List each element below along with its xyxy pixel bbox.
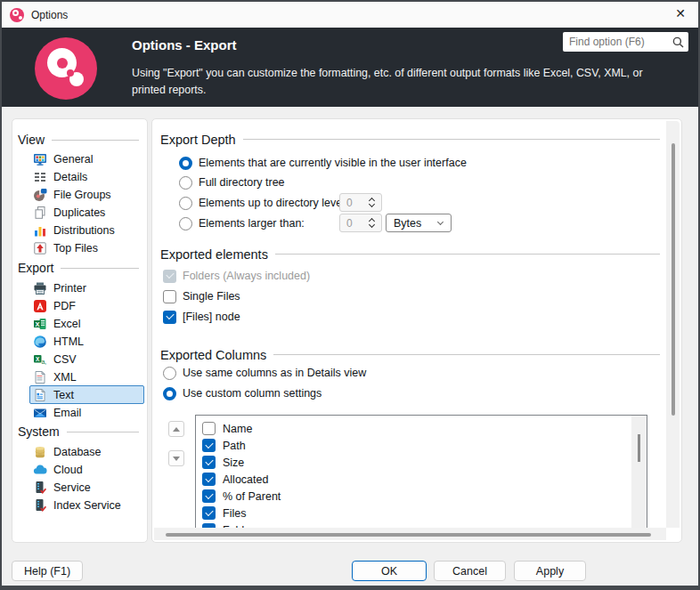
sidebar-item-distributions[interactable]: Distributions: [29, 221, 144, 239]
spinner-down-icon[interactable]: [369, 201, 375, 207]
close-icon[interactable]: ✕: [672, 5, 688, 21]
checkbox-icon[interactable]: [202, 506, 216, 520]
checkbox-single-files[interactable]: Single Files: [163, 287, 240, 305]
radio-elements-up-to-level[interactable]: Elements up to directory level:: [179, 194, 347, 212]
radio-icon[interactable]: [163, 367, 176, 380]
group-exported-columns: Exported Columns: [160, 346, 660, 363]
sidebar-item-index-service[interactable]: Index Service: [29, 496, 144, 514]
window-border: [0, 586, 700, 590]
sidebar-item-label: Distributions: [53, 224, 115, 237]
checkbox-files-node[interactable]: [Files] node: [163, 308, 240, 326]
section-view-label: View: [18, 133, 45, 147]
cloud-icon: [33, 463, 47, 477]
column-row-allocated[interactable]: Allocated: [202, 471, 268, 488]
checkbox-icon[interactable]: [202, 439, 216, 452]
sidebar-item-cloud[interactable]: Cloud: [29, 460, 144, 479]
horizontal-scrollbar-thumb[interactable]: [166, 533, 651, 537]
xml-icon: [33, 370, 47, 384]
sidebar-item-file-groups[interactable]: File Groups: [29, 185, 144, 204]
radio-same-columns[interactable]: Use same columns as in Details view: [163, 364, 366, 382]
radio-visible-elements[interactable]: Elements that are currently visible in t…: [179, 154, 467, 172]
sidebar-item-pdf[interactable]: PDF: [29, 296, 144, 315]
vertical-scrollbar-thumb[interactable]: [672, 143, 675, 416]
excel-icon: X: [33, 317, 47, 331]
radio-icon[interactable]: [179, 176, 192, 190]
column-row-name[interactable]: Name: [202, 420, 252, 437]
move-column-up-button[interactable]: [168, 421, 184, 437]
settings-panel: Export Depth Elements that are currently…: [151, 118, 682, 543]
sidebar-item-duplicates[interactable]: Duplicates: [29, 203, 144, 222]
checkbox-icon[interactable]: [202, 473, 216, 486]
cancel-button[interactable]: Cancel: [434, 561, 506, 581]
scrollbar-thumb[interactable]: [638, 434, 640, 462]
help-button[interactable]: Help (F1): [12, 561, 83, 581]
columns-list: Name Path Size Allocated % of Parent Fil…: [195, 415, 647, 529]
sidebar-item-general[interactable]: General: [29, 150, 144, 168]
radio-icon[interactable]: [179, 217, 192, 230]
radio-elements-larger-than[interactable]: Elements larger than:: [179, 214, 305, 232]
checkbox-icon[interactable]: [163, 290, 176, 303]
column-label: % of Parent: [223, 490, 281, 503]
sidebar-item-html[interactable]: HTML: [29, 332, 144, 351]
size-spinner[interactable]: 0: [339, 214, 382, 232]
radio-icon[interactable]: [163, 387, 176, 400]
sidebar-item-text[interactable]: Text: [29, 385, 144, 404]
radio-custom-columns[interactable]: Use custom column settings: [163, 384, 322, 402]
sidebar-item-label: Excel: [53, 318, 81, 330]
triangle-up-icon: [173, 427, 180, 432]
csv-icon: Xa,: [33, 352, 47, 367]
radio-label: Elements larger than:: [199, 217, 305, 230]
radio-label: Use custom column settings: [183, 387, 322, 400]
title-bar[interactable]: Options: [2, 2, 698, 28]
index-service-icon: [33, 498, 47, 513]
checkbox-icon[interactable]: [202, 456, 216, 469]
sidebar-item-printer[interactable]: Printer: [29, 279, 144, 297]
spinner-down-icon[interactable]: [369, 222, 375, 228]
group-exported-elements: Exported elements: [160, 246, 660, 263]
sidebar-item-email[interactable]: Email: [29, 403, 144, 422]
divider: [275, 254, 660, 255]
checkbox-folders: Folders (Always included): [163, 267, 310, 285]
radio-label: Elements up to directory level:: [199, 197, 347, 209]
radio-label: Use same columns as in Details view: [183, 367, 366, 379]
svg-text:X: X: [35, 319, 39, 327]
checkbox-label: Single Files: [183, 290, 240, 303]
sidebar-item-xml[interactable]: XML: [29, 368, 144, 386]
column-row-files[interactable]: Files: [202, 505, 246, 521]
sidebar-item-label: Index Service: [53, 499, 121, 512]
section-system-label: System: [18, 424, 60, 439]
column-row-size[interactable]: Size: [202, 454, 244, 471]
column-row-percent-of-parent[interactable]: % of Parent: [202, 488, 281, 505]
sidebar-item-top-files[interactable]: Top Files: [29, 238, 144, 257]
checkbox-icon[interactable]: [163, 311, 176, 324]
ok-button[interactable]: OK: [352, 561, 427, 581]
sidebar-item-label: HTML: [53, 335, 84, 348]
sidebar-item-database[interactable]: Database: [29, 442, 144, 461]
size-unit-dropdown[interactable]: Bytes: [386, 214, 452, 232]
sidebar-item-details[interactable]: Details: [29, 167, 144, 186]
options-dialog: Options ✕ Options - Export Using "Export…: [0, 0, 700, 590]
radio-full-directory-tree[interactable]: Full directory tree: [179, 174, 285, 191]
columns-list-scrollbar[interactable]: [631, 416, 647, 528]
radio-icon[interactable]: [179, 197, 192, 210]
directory-level-spinner[interactable]: 0: [339, 193, 382, 212]
distributions-icon: [33, 223, 47, 238]
column-row-path[interactable]: Path: [202, 437, 246, 454]
checkbox-icon[interactable]: [202, 422, 216, 435]
move-column-down-button[interactable]: [168, 450, 184, 466]
sidebar-item-service[interactable]: Service: [29, 478, 144, 497]
checkbox-icon[interactable]: [202, 489, 216, 503]
sidebar-item-csv[interactable]: Xa, CSV: [29, 350, 144, 368]
window-title: Options: [31, 9, 68, 21]
apply-button[interactable]: Apply: [514, 561, 586, 581]
column-label: Files: [223, 507, 246, 520]
radio-label: Elements that are currently visible in t…: [199, 157, 467, 169]
sidebar-item-excel[interactable]: X Excel: [29, 314, 144, 333]
printer-icon: [33, 281, 47, 295]
search-input[interactable]: [563, 36, 672, 48]
sidebar-item-label: Cloud: [53, 464, 83, 476]
find-option-search[interactable]: [563, 32, 688, 52]
sidebar-item-label: General: [53, 153, 93, 166]
radio-icon[interactable]: [179, 157, 192, 170]
svg-text:X: X: [36, 355, 40, 361]
